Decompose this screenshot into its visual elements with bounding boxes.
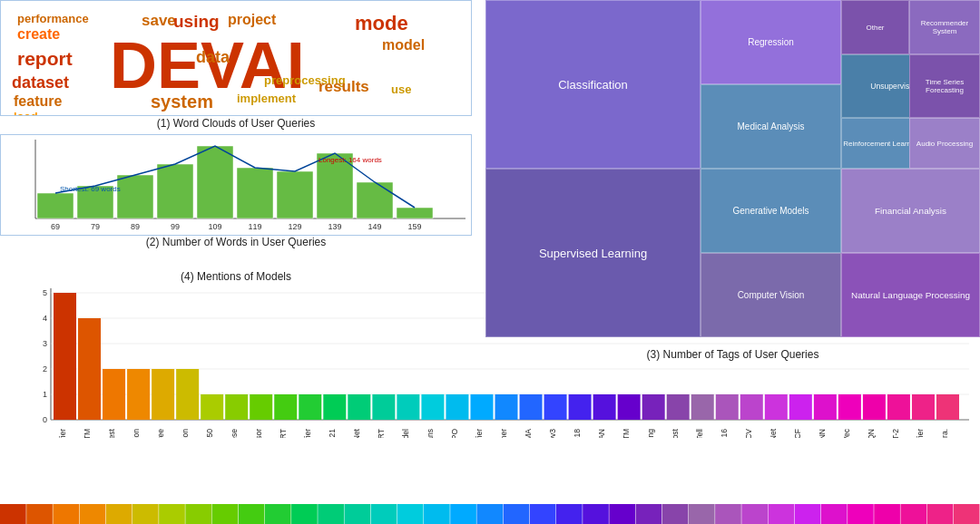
word-cloud-word: system <box>151 92 213 112</box>
svg-rect-112 <box>0 504 26 524</box>
word-cloud-word: performance <box>17 12 89 25</box>
svg-rect-125 <box>344 504 370 524</box>
treemap-cell: Classification <box>485 0 701 169</box>
svg-rect-70 <box>446 394 468 420</box>
treemap-cell: Generative Models <box>701 169 841 253</box>
svg-rect-148 <box>954 504 980 524</box>
treemap-cell: Natural Language Processing <box>841 253 980 337</box>
svg-text:109: 109 <box>208 222 221 231</box>
svg-text:139: 139 <box>328 222 341 231</box>
histogram-canvas: 69798999109119129139149159Shortest: 69 w… <box>0 134 472 236</box>
svg-rect-133 <box>556 504 583 524</box>
svg-rect-131 <box>504 504 530 524</box>
svg-rect-62 <box>348 394 370 420</box>
svg-rect-118 <box>159 504 185 524</box>
bottom-model-bar <box>0 504 980 524</box>
svg-rect-58 <box>299 394 321 420</box>
word-cloud-word: data <box>196 48 230 67</box>
svg-text:0: 0 <box>43 415 47 424</box>
treemap-section: ClassificationRegressionOtherRecommender… <box>485 0 980 344</box>
svg-rect-147 <box>927 504 954 524</box>
svg-rect-143 <box>821 504 848 524</box>
svg-rect-145 <box>874 504 900 524</box>
treemap-cell: Supervised Learning <box>485 169 701 337</box>
svg-rect-68 <box>421 394 444 420</box>
svg-rect-123 <box>291 504 318 524</box>
svg-text:Decision Tree: Decision Tree <box>156 429 165 438</box>
svg-text:2: 2 <box>43 364 47 374</box>
svg-rect-8 <box>157 164 193 218</box>
treemap-cell: Regression <box>701 0 841 84</box>
svg-rect-14 <box>277 171 313 218</box>
svg-rect-46 <box>152 369 174 420</box>
svg-text:Random Forest classifier: Random Forest classifier <box>475 429 484 438</box>
svg-rect-42 <box>103 369 125 420</box>
word-cloud-word: create <box>17 26 60 43</box>
svg-rect-44 <box>127 369 150 420</box>
word-cloud-word: save <box>142 12 176 30</box>
svg-text:69: 69 <box>51 222 60 231</box>
treemap-cell: Financial Analysis <box>841 169 980 253</box>
svg-text:4: 4 <box>43 314 47 323</box>
svg-rect-113 <box>26 504 53 524</box>
word-cloud-word: mode <box>355 12 408 35</box>
svg-rect-120 <box>212 504 239 524</box>
svg-rect-136 <box>636 504 662 524</box>
svg-rect-18 <box>357 182 393 218</box>
svg-rect-2 <box>37 193 74 218</box>
treemap-cell: Recommender System <box>909 0 980 54</box>
word-cloud-title: (1) Word Clouds of User Queries <box>157 117 316 130</box>
bar-chart-area: 012345SVM classifierLSTMRandom ForestLin… <box>25 288 468 433</box>
svg-rect-38 <box>54 293 76 420</box>
svg-rect-64 <box>372 394 395 420</box>
svg-text:BERT: BERT <box>377 429 386 438</box>
word-cloud-word: use <box>391 82 411 96</box>
word-cloud-word: using <box>173 12 220 32</box>
svg-text:ResNet-50: ResNet-50 <box>205 429 214 438</box>
treemap-cell: Medical Analysis <box>701 84 841 169</box>
svg-text:BART: BART <box>279 429 288 438</box>
svg-rect-146 <box>900 504 926 524</box>
svg-text:Siamese: Siamese <box>230 429 239 438</box>
svg-text:DenseNet-121: DenseNet-121 <box>328 429 337 438</box>
svg-rect-40 <box>78 318 101 420</box>
svg-text:PPO: PPO <box>450 429 459 438</box>
svg-rect-66 <box>397 394 419 420</box>
svg-text:Linear Regression: Linear Regression <box>132 429 141 438</box>
svg-rect-54 <box>250 394 272 420</box>
svg-rect-129 <box>450 504 476 524</box>
svg-rect-134 <box>583 504 609 524</box>
svg-text:Shortest: 69 words: Shortest: 69 words <box>60 185 121 193</box>
svg-rect-138 <box>689 504 715 524</box>
svg-rect-128 <box>424 504 450 524</box>
word-cloud-word: report <box>17 48 73 70</box>
word-cloud-word: project <box>228 12 276 28</box>
svg-text:Latent Factor model: Latent Factor model <box>401 429 410 438</box>
word-cloud-word: load <box>14 110 38 116</box>
word-cloud-word: feature <box>14 93 62 110</box>
svg-rect-127 <box>397 504 424 524</box>
svg-rect-115 <box>80 504 106 524</box>
treemap-cell: Time Series Forecasting <box>909 54 980 118</box>
svg-text:1: 1 <box>43 390 47 399</box>
svg-text:3: 3 <box>43 339 47 348</box>
histogram-section: 69798999109119129139149159Shortest: 69 w… <box>0 134 472 250</box>
treemap-title: (3) Number of Tags of User Queries <box>647 348 819 361</box>
svg-rect-56 <box>274 394 297 420</box>
svg-rect-117 <box>132 504 159 524</box>
svg-rect-139 <box>715 504 741 524</box>
svg-text:U-Net: U-Net <box>352 428 361 438</box>
word-cloud-word: model <box>382 37 425 53</box>
word-cloud-word: implement <box>237 92 296 105</box>
svg-text:Longest: 164 words: Longest: 164 words <box>318 156 382 164</box>
histogram-title: (2) Number of Words in User Queries <box>146 236 327 248</box>
svg-rect-130 <box>476 504 503 524</box>
svg-rect-126 <box>371 504 397 524</box>
svg-rect-48 <box>176 369 199 420</box>
treemap-canvas: ClassificationRegressionOtherRecommender… <box>485 0 980 337</box>
svg-rect-124 <box>318 504 344 524</box>
svg-rect-122 <box>265 504 291 524</box>
svg-text:SVM classifier: SVM classifier <box>58 429 67 438</box>
svg-text:Logistic Regression: Logistic Regression <box>181 429 190 438</box>
svg-text:KNN classifier: KNN classifier <box>303 429 312 438</box>
